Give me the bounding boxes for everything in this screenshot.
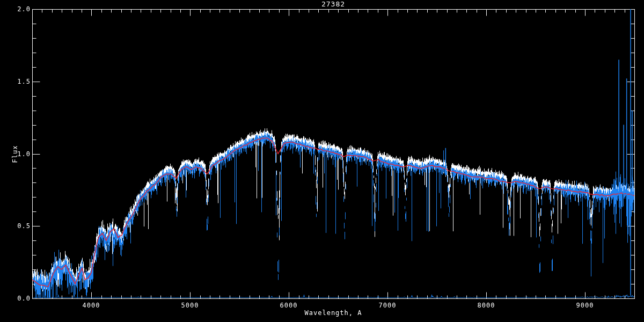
x-tick-label-5: 9000 [576, 302, 594, 309]
spectrum-canvas [0, 0, 644, 322]
y-tick-label-4: 2.0 [17, 5, 31, 13]
y-tick-label-1: 0.5 [17, 222, 31, 230]
x-tick-label-4: 8000 [478, 302, 495, 309]
x-tick-label-3: 7000 [379, 302, 397, 309]
x-axis-label: Wavelength, A [305, 309, 362, 317]
plot-title: 27382 [321, 1, 345, 8]
screenshot-root: 27382 Wavelength, A Flux 4000 5000 6000 … [0, 0, 644, 322]
y-tick-label-0: 0.0 [17, 295, 31, 302]
y-tick-label-3: 1.5 [17, 78, 31, 85]
x-tick-label-0: 4000 [83, 302, 100, 309]
x-tick-label-1: 5000 [181, 302, 199, 309]
x-tick-label-2: 6000 [280, 302, 298, 309]
y-tick-label-2: 1.0 [17, 150, 31, 158]
